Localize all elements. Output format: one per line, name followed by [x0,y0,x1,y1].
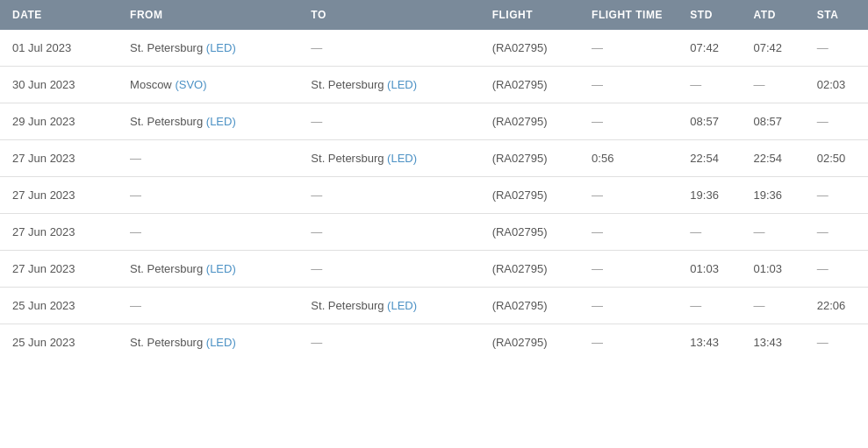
dash-icon: — [754,299,765,312]
from-city: St. Petersburg [130,262,206,275]
col-header-from: FROM [118,0,298,30]
from-code-link[interactable]: (LED) [206,336,236,349]
cell-flight: (RA02795) [480,67,579,103]
dash-icon: — [130,225,141,238]
cell-atd: 07:42 [742,30,805,67]
cell-atd: 19:36 [742,177,805,214]
cell-to: — [298,214,479,251]
cell-date: 29 Jun 2023 [0,103,118,140]
cell-atd: — [742,214,805,251]
cell-sta: — [805,177,868,214]
cell-to: St. Petersburg (LED) [298,140,479,177]
dash-icon: — [311,225,322,238]
col-header-flight: FLIGHT [480,0,579,30]
dash-icon: — [592,41,603,54]
cell-sta: 02:50 [805,140,868,177]
to-code-link[interactable]: (LED) [387,78,417,91]
table-row: 27 Jun 2023St. Petersburg (LED)—(RA02795… [0,251,868,288]
cell-to: — [298,30,479,67]
cell-flight: (RA02795) [480,214,579,251]
cell-from: St. Petersburg (LED) [118,103,298,140]
cell-to: — [298,324,479,361]
cell-to: — [298,251,479,288]
dash-icon: — [311,41,322,54]
cell-flight-time: — [579,324,678,361]
cell-to: St. Petersburg (LED) [298,288,479,324]
dash-icon: — [817,336,829,349]
cell-to: — [298,103,479,140]
cell-from: Moscow (SVO) [118,67,298,103]
dash-icon: — [592,188,603,202]
cell-from: — [118,177,298,214]
cell-flight-time: — [579,30,678,67]
table-row: 25 Jun 2023—St. Petersburg (LED)(RA02795… [0,288,868,324]
dash-icon: — [130,152,141,165]
cell-to: — [298,177,479,214]
dash-icon: — [817,115,829,128]
cell-flight-time: — [579,67,678,103]
cell-atd: 13:43 [742,324,805,361]
cell-sta: — [805,214,868,251]
from-code-link[interactable]: (LED) [206,41,236,54]
cell-from: — [118,288,298,324]
cell-std: 13:43 [678,324,741,361]
from-code-link[interactable]: (LED) [206,115,236,128]
dash-icon: — [690,78,701,91]
to-city: St. Petersburg [311,78,387,91]
cell-flight: (RA02795) [480,103,579,140]
cell-atd: — [742,67,805,103]
dash-icon: — [754,78,765,91]
table-row: 27 Jun 2023——(RA02795)———— [0,214,868,251]
table-header-row: DATE FROM TO FLIGHT FLIGHT TIME STD ATD … [0,0,868,30]
table-row: 27 Jun 2023—St. Petersburg (LED)(RA02795… [0,140,868,177]
col-header-date: DATE [0,0,118,30]
cell-from: St. Petersburg (LED) [118,251,298,288]
table-row: 29 Jun 2023St. Petersburg (LED)—(RA02795… [0,103,868,140]
cell-flight: (RA02795) [480,251,579,288]
from-code-link[interactable]: (LED) [206,262,236,275]
cell-date: 27 Jun 2023 [0,177,118,214]
dash-icon: — [311,115,322,128]
dash-icon: — [592,115,603,128]
cell-flight-time: — [579,251,678,288]
dash-icon: — [592,336,603,349]
cell-from: St. Petersburg (LED) [118,30,298,67]
dash-icon: — [690,225,701,238]
cell-sta: 02:03 [805,67,868,103]
cell-std: 19:36 [678,177,741,214]
cell-from: St. Petersburg (LED) [118,324,298,361]
cell-atd: 22:54 [742,140,805,177]
cell-std: 08:57 [678,103,741,140]
dash-icon: — [311,188,322,202]
cell-std: — [678,288,741,324]
cell-date: 27 Jun 2023 [0,140,118,177]
cell-flight-time: — [579,288,678,324]
cell-from: — [118,214,298,251]
from-code-link[interactable]: (SVO) [175,78,206,91]
cell-date: 01 Jul 2023 [0,30,118,67]
to-code-link[interactable]: (LED) [387,299,417,312]
cell-flight-time: — [579,103,678,140]
to-city: St. Petersburg [311,152,387,165]
cell-sta: — [805,30,868,67]
dash-icon: — [817,225,829,238]
cell-flight: (RA02795) [480,324,579,361]
col-header-sta: STA [805,0,868,30]
dash-icon: — [817,41,829,54]
to-code-link[interactable]: (LED) [387,152,417,165]
cell-flight-time: — [579,177,678,214]
col-header-std: STD [678,0,741,30]
cell-date: 30 Jun 2023 [0,67,118,103]
cell-std: 01:03 [678,251,741,288]
cell-flight: (RA02795) [480,177,579,214]
cell-sta: — [805,103,868,140]
dash-icon: — [592,299,603,312]
cell-date: 25 Jun 2023 [0,324,118,361]
col-header-to: TO [298,0,479,30]
from-city: St. Petersburg [130,336,206,349]
cell-to: St. Petersburg (LED) [298,67,479,103]
cell-sta: — [805,324,868,361]
dash-icon: — [592,262,603,275]
from-city: Moscow [130,78,175,91]
dash-icon: — [311,262,322,275]
